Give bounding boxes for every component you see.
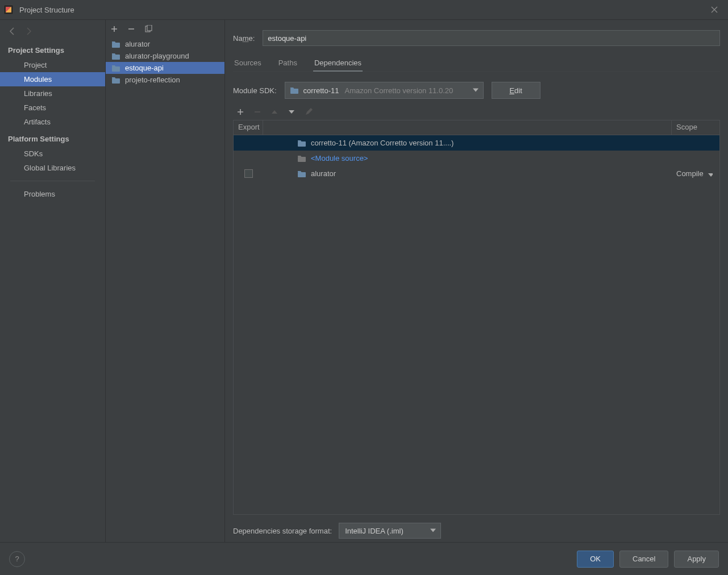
- dep-label: corretto-11 (Amazon Corretto version 11.…: [311, 139, 454, 147]
- chevron-down-icon: [472, 86, 479, 95]
- module-folder-icon: [111, 76, 120, 84]
- nav-back-button[interactable]: [8, 27, 18, 36]
- cancel-button[interactable]: Cancel: [619, 551, 668, 568]
- settings-nav: Project Settings Project Modules Librari…: [0, 20, 106, 542]
- module-name-input[interactable]: [263, 30, 720, 46]
- dep-row-module-source[interactable]: <Module source>: [234, 151, 719, 166]
- dep-add-button[interactable]: [236, 108, 244, 118]
- storage-format-value: IntelliJ IDEA (.iml): [345, 527, 403, 535]
- nav-item-modules[interactable]: Modules: [0, 72, 105, 86]
- window-close-button[interactable]: [705, 1, 723, 19]
- apply-button[interactable]: Apply: [674, 551, 719, 568]
- storage-format-label: Dependencies storage format:: [233, 527, 332, 535]
- module-folder-icon: [111, 52, 120, 60]
- nav-section-project-settings: Project Settings: [0, 40, 105, 58]
- ok-button[interactable]: OK: [577, 551, 614, 568]
- dependency-toolbar: [233, 106, 720, 120]
- module-add-button[interactable]: [110, 25, 118, 33]
- nav-item-global-libraries[interactable]: Global Libraries: [0, 161, 105, 175]
- nav-item-sdks[interactable]: SDKs: [0, 147, 105, 161]
- sdk-folder-icon: [297, 139, 306, 147]
- nav-item-problems[interactable]: Problems: [0, 187, 105, 201]
- help-button[interactable]: ?: [9, 551, 25, 567]
- nav-item-libraries[interactable]: Libraries: [0, 86, 105, 101]
- sdk-name: corretto-11: [303, 86, 339, 95]
- dep-col-export: Export: [234, 120, 263, 135]
- dep-export-checkbox[interactable]: [244, 169, 253, 178]
- storage-format-select[interactable]: IntelliJ IDEA (.iml): [339, 523, 441, 539]
- dep-row-module-alurator[interactable]: alurator Compile: [234, 166, 719, 181]
- dep-label: alurator: [311, 169, 336, 178]
- nav-item-project[interactable]: Project: [0, 58, 105, 72]
- nav-section-platform-settings: Platform Settings: [0, 129, 105, 147]
- tab-sources[interactable]: Sources: [233, 55, 263, 71]
- dep-row-sdk[interactable]: corretto-11 (Amazon Corretto version 11.…: [234, 135, 719, 151]
- module-copy-button[interactable]: [144, 25, 152, 33]
- app-icon: [3, 5, 14, 15]
- dep-scope-value: Compile: [676, 169, 704, 178]
- dep-col-scope: Scope: [672, 120, 719, 135]
- window-title: Project Structure: [19, 6, 74, 14]
- dep-label: <Module source>: [311, 154, 368, 163]
- sdk-edit-button[interactable]: Edit: [492, 82, 540, 99]
- dep-remove-button[interactable]: [253, 108, 261, 118]
- module-detail-panel: Name: Sources Paths Dependencies Module …: [225, 20, 728, 542]
- module-item-alurator-playground[interactable]: alurator-playground: [106, 50, 224, 62]
- module-label: estoque-api: [125, 64, 164, 72]
- module-item-projeto-reflection[interactable]: projeto-reflection: [106, 74, 224, 86]
- tab-paths[interactable]: Paths: [277, 55, 298, 71]
- name-label: Name:: [233, 34, 255, 43]
- dep-edit-button[interactable]: [305, 108, 313, 118]
- nav-item-facets[interactable]: Facets: [0, 101, 105, 115]
- nav-item-artifacts[interactable]: Artifacts: [0, 115, 105, 129]
- module-label: alurator: [125, 40, 150, 48]
- dep-movedown-button[interactable]: [288, 108, 296, 118]
- source-folder-icon: [297, 155, 306, 163]
- module-item-alurator[interactable]: alurator: [106, 38, 224, 50]
- module-folder-icon: [111, 64, 120, 72]
- sdk-folder-icon: [290, 86, 299, 94]
- dependency-table: Export Scope corretto-11 (Amazon Corrett…: [233, 120, 720, 515]
- module-remove-button[interactable]: [127, 25, 135, 33]
- module-folder-icon: [111, 40, 120, 48]
- chevron-down-icon: [707, 171, 713, 177]
- title-bar: Project Structure: [0, 0, 728, 19]
- dialog-footer: ? OK Cancel Apply: [0, 542, 728, 575]
- module-sdk-label: Module SDK:: [233, 86, 277, 95]
- nav-forward-button[interactable]: [25, 27, 35, 36]
- module-tabs: Sources Paths Dependencies: [233, 55, 720, 72]
- module-folder-icon: [297, 170, 306, 178]
- module-label: projeto-reflection: [125, 76, 180, 84]
- dep-col-name: [263, 120, 672, 135]
- dep-moveup-button[interactable]: [271, 108, 278, 118]
- chevron-down-icon: [429, 527, 436, 535]
- module-label: alurator-playground: [125, 52, 189, 60]
- module-list-panel: alurator alurator-playground estoque-api…: [106, 20, 225, 542]
- sdk-detail: Amazon Corretto version 11.0.20: [344, 86, 453, 95]
- tab-dependencies[interactable]: Dependencies: [313, 55, 363, 72]
- module-item-estoque-api[interactable]: estoque-api: [106, 62, 224, 74]
- module-sdk-select[interactable]: corretto-11 Amazon Corretto version 11.0…: [285, 82, 484, 99]
